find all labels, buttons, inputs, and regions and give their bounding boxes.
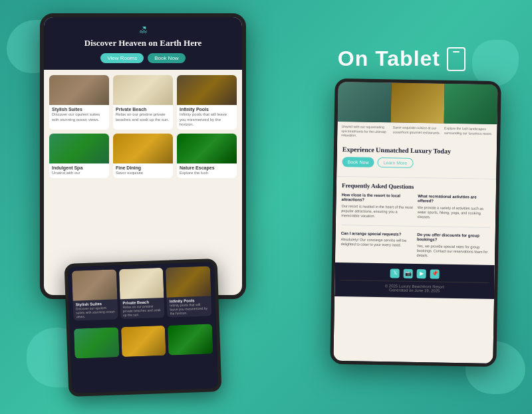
resort-logo: 🏖 [51, 25, 235, 35]
small-card-3: Infinity Pools Infinity pools that will … [166, 266, 211, 317]
faq-item-3: Can I arrange special requests? Absolute… [340, 231, 414, 259]
cta-title: Experience Unmatched Luxury Today [342, 146, 491, 155]
small-card-2: Private Beach Relax on our pristine priv… [119, 268, 165, 319]
youtube-icon[interactable]: ▶ [417, 269, 426, 278]
view-rooms-button[interactable]: View Rooms [100, 53, 144, 63]
section-heading-text: On Tablet [338, 47, 440, 71]
footer-divider [340, 280, 489, 283]
faq-q-2: What recreational activities are offered… [418, 194, 491, 206]
card-title-dining: Fine Dining [116, 165, 170, 170]
card-text-spa: Unwind with our [52, 171, 106, 176]
feature-text-3: Explore the lush landscapes surrounding … [444, 126, 493, 140]
hero-title: Discover Heaven on Earth Here [51, 38, 235, 49]
decoration-blob-tr [472, 40, 519, 86]
small-card-text-3: Infinity pools that will leave you mesme… [170, 302, 209, 316]
feature-images-strip [338, 82, 498, 124]
card-text-nature: Explore the lush [180, 171, 234, 176]
small-card-img-4 [74, 327, 119, 358]
tablet-right: Unwind with our rejuvenating spa treatme… [330, 78, 501, 367]
social-icons: 𝕏 📷 ▶ 📌 [340, 268, 489, 280]
faq-item-1: How close is the resort to local attract… [341, 193, 414, 220]
card-title-beach: Private Beach [116, 107, 170, 112]
tablet-small: Stylish Suites Discover our opulent suit… [65, 259, 222, 397]
faq-a-2: We provide a variety of activities such … [418, 205, 491, 221]
card-title-nature: Nature Escapes [180, 165, 234, 170]
faq-divider [341, 225, 490, 228]
tablet-main-header: 🏖 Discover Heaven on Earth Here View Roo… [44, 17, 242, 70]
faq-item-4: Do you offer discounts for group booking… [417, 233, 490, 260]
faq-q-1: How close is the resort to local attract… [342, 193, 415, 205]
card-text-beach: Relax on our pristine private beaches an… [116, 112, 170, 123]
card-spa: Indulgent Spa Unwind with our [49, 134, 109, 178]
small-card-1: Stylish Suites Discover our opulent suit… [72, 269, 118, 320]
small-card-text-1: Discover our opulent suites with stunnin… [76, 305, 115, 318]
small-card-text-2: Relax on our pristine private beaches an… [122, 304, 162, 317]
faq-title: Frequently Asked Questions [342, 182, 491, 191]
small-card-4 [74, 327, 119, 358]
tablet-right-screen: Unwind with our rejuvenating spa treatme… [333, 82, 497, 363]
small-card-img-1 [72, 269, 117, 300]
card-text-pools: Infinity pools that will leave you mesme… [180, 112, 234, 128]
card-img-nature [177, 134, 237, 163]
faq-grid: How close is the resort to local attract… [340, 193, 491, 260]
card-img-suites [49, 75, 109, 105]
cta-book-button[interactable]: Book Now [342, 157, 374, 167]
cta-learn-button[interactable]: Learn More [377, 157, 413, 167]
card-dining: Fine Dining Savor exquisite [113, 134, 173, 178]
footer-section: 𝕏 📷 ▶ 📌 © 2025 Luxury Beachfront Resort … [334, 262, 495, 298]
card-title-spa: Indulgent Spa [52, 165, 106, 170]
cards-grid: Stylish Suites Discover our opulent suit… [44, 70, 242, 183]
instagram-icon[interactable]: 📷 [404, 268, 413, 278]
feature-img-2 [391, 82, 445, 123]
card-text-suites: Discover our opulent suites with stunnin… [52, 112, 106, 123]
card-title-pools: Infinity Pools [180, 107, 234, 112]
faq-q-4: Do you offer discounts for group booking… [417, 233, 490, 245]
faq-item-2: What recreational activities are offered… [418, 194, 491, 221]
feature-img-3 [444, 84, 498, 124]
tablet-main-screen: 🏖 Discover Heaven on Earth Here View Roo… [44, 17, 242, 295]
faq-a-1: Our resort is nestled in the heart of th… [341, 204, 414, 219]
tablet-main: 🏖 Discover Heaven on Earth Here View Roo… [40, 13, 246, 299]
twitter-icon[interactable]: 𝕏 [390, 268, 400, 278]
tablet-icon [447, 47, 466, 71]
small-card-6 [168, 324, 213, 355]
faq-a-3: Absolutely! Our concierge service will b… [340, 237, 414, 248]
small-card-img-6 [168, 324, 213, 355]
cta-buttons: Book Now Learn More [342, 157, 491, 169]
hero-buttons: View Rooms Book Now [51, 53, 235, 63]
faq-a-4: Yes, we provide special rates for group … [417, 244, 490, 259]
small-cards-grid-2 [70, 320, 217, 363]
pinterest-icon[interactable]: 📌 [430, 269, 440, 278]
card-nature: Nature Escapes Explore the lush [177, 134, 237, 178]
card-stylish-suites: Stylish Suites Discover our opulent suit… [49, 75, 109, 130]
card-infinity-pools: Infinity Pools Infinity pools that will … [177, 75, 237, 130]
section-heading: On Tablet [338, 47, 466, 71]
card-text-dining: Savor exquisite [116, 171, 170, 176]
feature-text-strip: Unwind with our rejuvenating spa treatme… [337, 122, 497, 143]
tablet-small-screen: Stylish Suites Discover our opulent suit… [68, 262, 218, 393]
small-card-img-2 [119, 268, 164, 299]
small-card-img-3 [166, 266, 211, 297]
card-img-beach [113, 75, 173, 105]
feature-img-1 [338, 82, 392, 122]
card-private-beach: Private Beach Relax on our pristine priv… [113, 75, 173, 130]
card-img-pools [177, 75, 237, 105]
feature-text-1: Unwind with our rejuvenating spa treatme… [341, 124, 390, 138]
book-now-button-main[interactable]: Book Now [148, 53, 185, 63]
card-title-suites: Stylish Suites [52, 107, 106, 112]
card-img-spa [49, 134, 109, 163]
small-cards-grid: Stylish Suites Discover our opulent suit… [68, 262, 216, 325]
small-card-5 [121, 326, 166, 357]
faq-q-3: Can I arrange special requests? [341, 231, 414, 238]
small-card-img-5 [121, 326, 166, 357]
feature-text-2: Savor exquisite cuisine at our oceanfron… [393, 125, 442, 139]
card-img-dining [113, 134, 173, 163]
